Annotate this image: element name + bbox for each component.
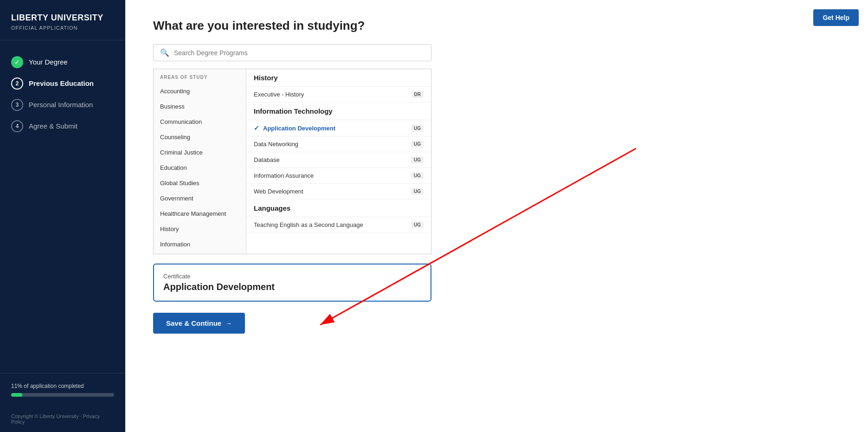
area-item-history[interactable]: History <box>154 221 246 237</box>
area-item-business[interactable]: Business <box>154 99 246 114</box>
step-number-2: 2 <box>11 77 23 90</box>
sidebar-header: LIBERTY UNIVERSITY OFFICIAL APPLICATION <box>0 0 125 40</box>
program-item-database[interactable]: Database UG <box>246 152 431 168</box>
program-item-executive-history[interactable]: Executive - History DR <box>246 87 431 103</box>
check-icon: ✓ <box>11 56 23 68</box>
program-badge-ug: UG <box>411 221 424 228</box>
group-header-history: History <box>246 69 431 87</box>
get-help-button[interactable]: Get Help <box>813 9 859 26</box>
program-item-teaching-english[interactable]: Teaching English as a Second Language UG <box>246 217 431 233</box>
program-name: Teaching English as a Second Language <box>254 221 411 228</box>
sidebar-item-label: Personal Information <box>29 101 93 109</box>
program-name: Information Assurance <box>254 172 411 179</box>
program-badge-ug: UG <box>411 188 424 195</box>
step-number-3: 3 <box>11 99 23 111</box>
main-content: Get Help What are you interested in stud… <box>125 0 868 432</box>
area-item-government[interactable]: Government <box>154 191 246 206</box>
area-item-counseling[interactable]: Counseling <box>154 129 246 145</box>
area-item-communication[interactable]: Communication <box>154 114 246 129</box>
progress-label: 11% of application completed <box>11 383 114 389</box>
selected-check-icon: ✓ <box>254 124 259 132</box>
search-input[interactable] <box>174 49 424 57</box>
official-app-label: OFFICIAL APPLICATION <box>11 25 114 31</box>
area-item-global-studies[interactable]: Global Studies <box>154 175 246 191</box>
step-number-4: 4 <box>11 120 23 132</box>
group-header-languages: Languages <box>246 200 431 217</box>
university-name: LIBERTY UNIVERSITY <box>11 13 114 23</box>
search-container: 🔍 <box>153 44 840 61</box>
program-badge-ug: UG <box>411 125 424 132</box>
programs-panel: History Executive - History DR Informati… <box>246 69 431 254</box>
program-name: Web Development <box>254 188 411 195</box>
program-badge-ug: UG <box>411 156 424 163</box>
sidebar-copyright: Copyright © Liberty University · Privacy… <box>0 406 125 432</box>
area-item-information[interactable]: Information <box>154 237 246 252</box>
program-badge-dr: DR <box>411 91 424 98</box>
progress-bar-fill <box>11 393 22 397</box>
program-name: Executive - History <box>254 91 411 98</box>
search-icon: 🔍 <box>160 48 169 57</box>
sidebar-item-label: Agree & Submit <box>29 122 77 130</box>
sidebar-item-your-degree[interactable]: ✓ Your Degree <box>0 52 125 73</box>
page-title: What are you interested in studying? <box>153 19 840 33</box>
areas-header: AREAS OF STUDY <box>154 69 246 84</box>
sidebar-item-personal-information[interactable]: 3 Personal Information <box>0 94 125 116</box>
selected-degree-card: Certificate Application Development <box>153 264 431 302</box>
sidebar-item-previous-education[interactable]: 2 Previous Education <box>0 73 125 94</box>
program-name: Data Networking <box>254 141 411 148</box>
selected-degree-name: Application Development <box>163 282 421 292</box>
degree-selector: AREAS OF STUDY Accounting Business Commu… <box>153 69 431 254</box>
selected-degree-type: Certificate <box>163 273 421 280</box>
sidebar-item-agree-submit[interactable]: 4 Agree & Submit <box>0 116 125 137</box>
program-item-data-networking[interactable]: Data Networking UG <box>246 136 431 152</box>
sidebar-item-label: Previous Education <box>29 79 94 87</box>
program-item-application-development[interactable]: ✓ Application Development UG <box>246 120 431 136</box>
program-item-information-assurance[interactable]: Information Assurance UG <box>246 168 431 184</box>
group-header-it: Information Technology <box>246 103 431 120</box>
area-item-accounting[interactable]: Accounting <box>154 84 246 99</box>
save-continue-button[interactable]: Save & Continue → <box>153 313 245 334</box>
sidebar: LIBERTY UNIVERSITY OFFICIAL APPLICATION … <box>0 0 125 432</box>
program-name: Database <box>254 156 411 163</box>
search-box: 🔍 <box>153 44 431 61</box>
sidebar-item-label: Your Degree <box>29 58 68 66</box>
program-badge-ug: UG <box>411 172 424 179</box>
progress-bar-track <box>11 393 114 397</box>
sidebar-nav: ✓ Your Degree 2 Previous Education 3 Per… <box>0 40 125 373</box>
sidebar-footer: 11% of application completed <box>0 373 125 406</box>
program-badge-ug: UG <box>411 141 424 148</box>
arrow-right-icon: → <box>225 319 232 327</box>
areas-panel: AREAS OF STUDY Accounting Business Commu… <box>154 69 246 254</box>
area-item-criminal-justice[interactable]: Criminal Justice <box>154 145 246 160</box>
program-name: Application Development <box>263 125 411 132</box>
area-item-education[interactable]: Education <box>154 160 246 175</box>
program-item-web-development[interactable]: Web Development UG <box>246 184 431 200</box>
save-button-label: Save & Continue <box>166 319 221 327</box>
area-item-healthcare-management[interactable]: Healthcare Management <box>154 206 246 221</box>
